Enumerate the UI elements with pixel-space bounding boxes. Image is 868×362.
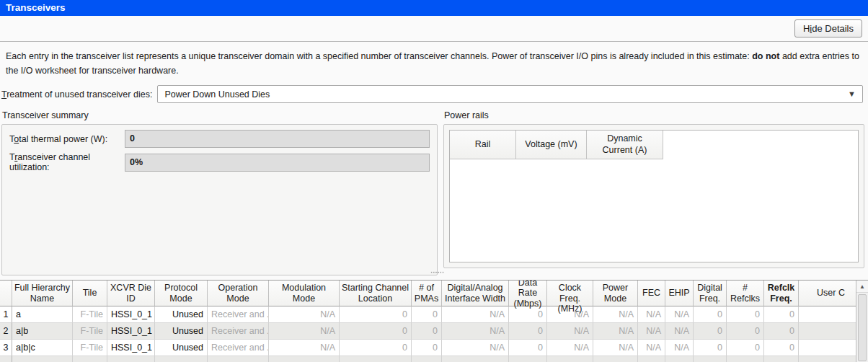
cell-of-pmas[interactable]: 0 [412, 306, 442, 323]
cell-full-hierarchy-name[interactable]: a|b|c [12, 340, 73, 356]
cell-digital-freq[interactable]: 0 [694, 340, 727, 356]
cell-fec[interactable]: N/A [638, 323, 665, 340]
column-header-of-pmas[interactable]: # of PMAs [412, 281, 442, 306]
cell-pld-clock-freq-mhz[interactable] [547, 356, 593, 362]
hide-details-button[interactable]: Hide Details [794, 19, 862, 37]
cell-tile[interactable]: F-Tile [73, 340, 107, 356]
rails-column-header-voltage-mv[interactable]: Voltage (mV) [516, 131, 587, 159]
column-header-protocol-mode[interactable]: Protocol Mode [155, 281, 208, 306]
cell-xcvr-die-id[interactable]: HSSI_0_1 [107, 323, 155, 340]
column-header-user-c[interactable]: User C [799, 281, 856, 306]
cell-digital-analog-interface-width[interactable]: N/A [442, 340, 509, 356]
cell-data-rate-mbps[interactable]: 0 [509, 306, 547, 323]
cell-ehip[interactable]: N/A [665, 323, 694, 340]
scrollbar-thumb[interactable] [858, 294, 867, 361]
cell-starting-channel-location[interactable]: 0 [340, 323, 412, 340]
cell-xcvr-die-id[interactable] [107, 356, 155, 362]
cell-fec[interactable]: N/A [638, 340, 665, 356]
cell-power-mode[interactable] [593, 356, 638, 362]
cell-fec[interactable]: N/A [638, 306, 665, 323]
rails-column-header-rail[interactable]: Rail [450, 131, 516, 159]
column-header-pld-clock-freq-mhz[interactable]: PLD Clock Freq. (MHz) [547, 281, 593, 306]
cell-refclks[interactable]: 0 [727, 306, 764, 323]
cell-pld-clock-freq-mhz[interactable]: N/A [547, 323, 593, 340]
cell-xcvr-die-id[interactable]: HSSI_0_1 [107, 306, 155, 323]
column-header-xcvr-die-id[interactable]: XCVR Die ID [107, 281, 155, 306]
column-header-digital-analog-interface-width[interactable]: Digital/Analog Interface Width [442, 281, 509, 306]
cell-refclk-freq[interactable]: 0 [764, 306, 799, 323]
column-header-data-rate-mbps[interactable]: Data Rate (Mbps) [509, 281, 547, 306]
cell-refclks[interactable]: 0 [727, 340, 764, 356]
cell-ehip[interactable]: N/A [665, 340, 694, 356]
column-header-refclk-freq[interactable]: Refclk Freq. [764, 281, 799, 306]
cell-refclk-freq[interactable] [764, 356, 799, 362]
cell-fec[interactable] [638, 356, 665, 362]
rails-column-header-dynamic-current-a[interactable]: Dynamic Current (A) [587, 131, 663, 159]
cell-modulation-mode[interactable] [269, 356, 340, 362]
cell-digital-analog-interface-width[interactable]: N/A [442, 323, 509, 340]
row-number-cell[interactable]: 1 [0, 306, 12, 323]
cell-full-hierarchy-name[interactable]: a|b [12, 323, 73, 340]
cell-refclk-freq[interactable]: 0 [764, 340, 799, 356]
cell-modulation-mode[interactable]: N/A [269, 323, 340, 340]
cell-user-c[interactable] [799, 323, 856, 340]
cell-power-mode[interactable]: N/A [593, 340, 638, 356]
column-header-modulation-mode[interactable]: Modulation Mode [269, 281, 340, 306]
cell-refclks[interactable] [727, 356, 764, 362]
cell-data-rate-mbps[interactable] [509, 356, 547, 362]
cell-user-c[interactable] [799, 356, 856, 362]
column-header-refclks[interactable]: # Refclks [727, 281, 764, 306]
cell-data-rate-mbps[interactable]: 0 [509, 340, 547, 356]
cell-starting-channel-location[interactable] [340, 356, 412, 362]
table-row[interactable]: 1aF-TileHSSI_0_1UnusedReceiver and ...N/… [0, 306, 856, 323]
column-header-row-num[interactable] [0, 281, 12, 306]
cell-operation-mode[interactable] [208, 356, 269, 362]
cell-starting-channel-location[interactable]: 0 [340, 306, 412, 323]
cell-digital-analog-interface-width[interactable] [442, 356, 509, 362]
cell-data-rate-mbps[interactable]: 0 [509, 323, 547, 340]
cell-pld-clock-freq-mhz[interactable]: N/A [547, 306, 593, 323]
cell-of-pmas[interactable]: 0 [412, 323, 442, 340]
row-number-cell[interactable]: 2 [0, 323, 12, 340]
treatment-dropdown[interactable]: Power Down Unused Dies ▼ [157, 85, 863, 103]
cell-xcvr-die-id[interactable]: HSSI_0_1 [107, 340, 155, 356]
cell-full-hierarchy-name[interactable] [12, 356, 73, 362]
table-row-partial[interactable] [0, 356, 856, 362]
row-number-cell[interactable] [0, 356, 12, 362]
cell-pld-clock-freq-mhz[interactable]: N/A [547, 340, 593, 356]
column-header-fec[interactable]: FEC [638, 281, 665, 306]
cell-power-mode[interactable]: N/A [593, 323, 638, 340]
column-header-ehip[interactable]: EHIP [665, 281, 694, 306]
cell-modulation-mode[interactable]: N/A [269, 340, 340, 356]
cell-tile[interactable]: F-Tile [73, 306, 107, 323]
cell-user-c[interactable] [799, 306, 856, 323]
table-row[interactable]: 2a|bF-TileHSSI_0_1UnusedReceiver and ...… [0, 323, 856, 340]
cell-of-pmas[interactable] [412, 356, 442, 362]
table-row[interactable]: 3a|b|cF-TileHSSI_0_1UnusedReceiver and .… [0, 340, 856, 356]
cell-ehip[interactable] [665, 356, 694, 362]
column-header-operation-mode[interactable]: Operation Mode [208, 281, 269, 306]
vertical-scrollbar[interactable]: ▲ [856, 281, 868, 362]
cell-protocol-mode[interactable] [155, 356, 208, 362]
cell-tile[interactable] [73, 356, 107, 362]
cell-operation-mode[interactable]: Receiver and ... [208, 340, 269, 356]
cell-of-pmas[interactable]: 0 [412, 340, 442, 356]
cell-ehip[interactable]: N/A [665, 306, 694, 323]
cell-digital-analog-interface-width[interactable]: N/A [442, 306, 509, 323]
cell-operation-mode[interactable]: Receiver and ... [208, 306, 269, 323]
cell-protocol-mode[interactable]: Unused [155, 306, 208, 323]
cell-starting-channel-location[interactable]: 0 [340, 340, 412, 356]
cell-modulation-mode[interactable]: N/A [269, 306, 340, 323]
column-header-digital-freq[interactable]: Digital Freq. [694, 281, 727, 306]
scroll-up-button[interactable]: ▲ [856, 281, 868, 293]
splitter-handle[interactable] [430, 271, 445, 274]
row-number-cell[interactable]: 3 [0, 340, 12, 356]
cell-refclk-freq[interactable]: 0 [764, 323, 799, 340]
cell-digital-freq[interactable] [694, 356, 727, 362]
cell-protocol-mode[interactable]: Unused [155, 340, 208, 356]
column-header-tile[interactable]: Tile [73, 281, 107, 306]
cell-full-hierarchy-name[interactable]: a [12, 306, 73, 323]
cell-refclks[interactable]: 0 [727, 323, 764, 340]
column-header-power-mode[interactable]: Power Mode [593, 281, 638, 306]
cell-tile[interactable]: F-Tile [73, 323, 107, 340]
